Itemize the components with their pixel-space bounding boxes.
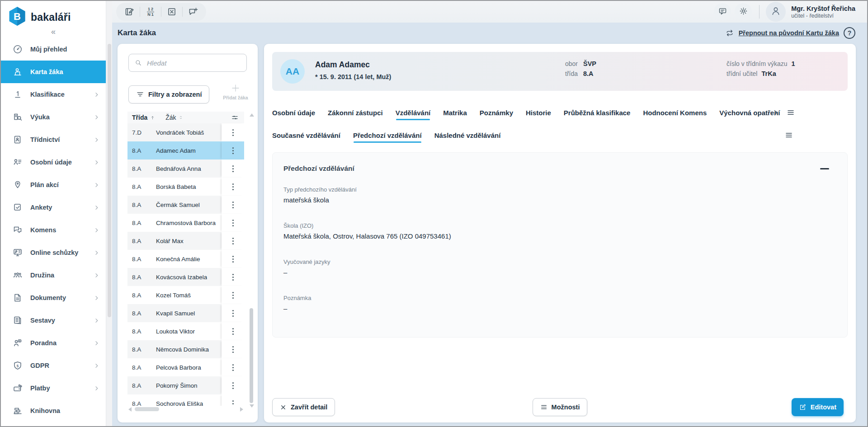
row-menu-button[interactable] <box>222 376 244 394</box>
row-menu-button[interactable] <box>222 232 244 250</box>
column-settings-icon[interactable] <box>231 114 239 122</box>
row-menu-button[interactable] <box>222 250 244 268</box>
sidebar-scrollbar-thumb[interactable] <box>108 44 111 317</box>
switch-card-link[interactable]: Přepnout na původní Kartu žáka <box>739 29 839 37</box>
sidebar-item-classification[interactable]: Klasifikace <box>1 83 106 106</box>
scroll-left-arrow-icon[interactable] <box>128 407 132 412</box>
sidebar-item-dashboard[interactable]: Můj přehled <box>1 38 106 61</box>
student-row[interactable]: 8.ALoukota Viktor <box>127 322 244 340</box>
student-row[interactable]: 8.ANěmcová Dominika <box>127 340 244 358</box>
student-row[interactable]: 8.AChramostová Barbora <box>127 214 244 232</box>
edit-button[interactable]: Editovat <box>792 398 844 416</box>
student-row[interactable]: 8.AKonečná Amálie <box>127 250 244 268</box>
sidebar-item-counseling[interactable]: Poradna <box>1 332 106 354</box>
student-row[interactable]: 8.AAdamec Adam <box>127 141 244 160</box>
subtab[interactable]: Současné vzdělávání <box>272 131 340 139</box>
collapse-sidebar-icon[interactable]: « <box>1 27 106 37</box>
student-row[interactable]: 7.DVondráček Tobiáš <box>127 123 244 141</box>
sidebar-item-messages[interactable]: Komens <box>1 219 106 241</box>
sidebar-item-after-school[interactable]: Družina <box>1 264 106 286</box>
row-menu-button[interactable] <box>222 214 244 232</box>
add-student-button[interactable]: Přidat žáka <box>219 83 252 100</box>
row-menu-button[interactable] <box>222 160 244 178</box>
user-avatar[interactable] <box>766 2 786 22</box>
student-row[interactable]: 8.ASochorová Eliška <box>127 394 244 406</box>
chevron-right-icon <box>94 160 99 165</box>
sidebar-item-gdpr[interactable]: §GDPR <box>1 354 106 377</box>
sidebar-item-event-plan[interactable]: Plán akcí <box>1 174 106 196</box>
student-row[interactable]: 8.AKolář Max <box>127 232 244 250</box>
tab[interactable]: Historie <box>526 109 551 117</box>
sidebar-item-student-card[interactable]: Karta žáka <box>1 61 106 83</box>
student-row[interactable]: 8.ABednářová Anna <box>127 160 244 178</box>
column-header-class[interactable]: Třída <box>132 114 147 121</box>
row-menu-button[interactable] <box>222 358 244 376</box>
user-info[interactable]: Mgr. Kryštof Řeřicha učitel - ředitelstv… <box>791 5 855 19</box>
row-menu-button[interactable] <box>222 340 244 358</box>
row-menu-button[interactable] <box>222 178 244 196</box>
sidebar-item-documents[interactable]: Dokumenty <box>1 286 106 309</box>
student-row[interactable]: 8.AKvapil Samuel <box>127 304 244 322</box>
sidebar-item-payments[interactable]: Platby <box>1 377 106 399</box>
brand-logo[interactable]: B bakaláři <box>8 6 71 28</box>
close-detail-button[interactable]: Zavřít detail <box>272 398 335 416</box>
row-menu-button[interactable] <box>222 196 244 214</box>
tab[interactable]: Poznámky <box>480 109 513 117</box>
student-row[interactable]: 8.APelcová Barbora <box>127 358 244 376</box>
sidebar-item-surveys[interactable]: Ankety <box>1 196 106 219</box>
horizontal-scrollbar-thumb[interactable] <box>135 407 159 411</box>
sidebar-item-teaching[interactable]: Výuka <box>1 106 106 128</box>
student-row[interactable]: 8.AKozel Tomáš <box>127 286 244 304</box>
tabs-scroll-right-icon[interactable] <box>772 109 779 117</box>
tab[interactable]: Hodnocení Komens <box>643 109 707 117</box>
row-menu-button[interactable] <box>222 322 244 340</box>
subtabs-menu-icon[interactable] <box>785 131 793 139</box>
tab[interactable]: Matrika <box>443 109 467 117</box>
vertical-scrollbar[interactable] <box>249 112 255 410</box>
row-class: 8.A <box>127 202 156 208</box>
new-message-button[interactable] <box>183 3 203 21</box>
sidebar-item-personal-data[interactable]: Osobní údaje <box>1 151 106 174</box>
scroll-down-arrow-icon[interactable] <box>250 404 254 408</box>
row-menu-button[interactable] <box>222 123 244 141</box>
sidebar-item-label: Třídnictví <box>30 136 94 143</box>
vertical-scrollbar-thumb[interactable] <box>250 308 253 403</box>
scroll-right-arrow-icon[interactable] <box>240 407 243 412</box>
subtab[interactable]: Následné vzdělávání <box>434 131 501 139</box>
row-menu-button[interactable] <box>222 394 244 406</box>
row-menu-button[interactable] <box>222 286 244 304</box>
sidebar-scrollbar[interactable] <box>106 1 112 426</box>
tab[interactable]: Průběžná klasifikace <box>564 109 631 117</box>
settings-button[interactable] <box>735 3 752 20</box>
student-row[interactable]: 8.AKovácsová Izabela <box>127 268 244 286</box>
column-header-student[interactable]: Žák <box>165 114 176 121</box>
student-row[interactable]: 8.APokorný Šimon <box>127 376 244 394</box>
sidebar-item-library[interactable]: Knihovna <box>1 399 106 422</box>
grades-overview-button[interactable]: 12N1 <box>140 3 161 21</box>
row-menu-button[interactable] <box>222 304 244 322</box>
tab[interactable]: Vzdělávání <box>396 109 431 117</box>
tabs-menu-icon[interactable] <box>787 108 795 117</box>
row-menu-button[interactable] <box>222 268 244 286</box>
search-input[interactable] <box>146 59 241 67</box>
grade-book-edit-button[interactable] <box>119 3 140 21</box>
sidebar-item-reports[interactable]: Sestavy <box>1 309 106 332</box>
row-menu-button[interactable] <box>222 141 244 160</box>
help-button[interactable]: ? <box>844 27 855 39</box>
options-button[interactable]: Možnosti <box>533 398 588 416</box>
collapse-card-icon[interactable] <box>820 168 829 169</box>
tab[interactable]: Osobní údaje <box>272 109 315 117</box>
sidebar-item-class-register[interactable]: Třídnictví <box>1 128 106 151</box>
tab[interactable]: Zákonní zástupci <box>328 109 383 117</box>
sidebar-item-online-meetings[interactable]: Online schůzky <box>1 241 106 264</box>
student-row[interactable]: 8.AČermák Samuel <box>127 196 244 214</box>
scroll-up-arrow-icon[interactable] <box>250 113 254 117</box>
filters-button[interactable]: Filtry a zobrazení <box>128 85 209 103</box>
subtab[interactable]: Předchozí vzdělávání <box>353 131 422 139</box>
chat-button[interactable] <box>714 3 731 20</box>
sidebar-item-label: Sestavy <box>30 317 94 324</box>
tab[interactable]: Výchovná opatření <box>719 109 780 117</box>
absence-button[interactable] <box>161 3 182 21</box>
horizontal-scrollbar[interactable] <box>127 407 244 412</box>
student-row[interactable]: 8.ABorská Babeta <box>127 178 244 196</box>
